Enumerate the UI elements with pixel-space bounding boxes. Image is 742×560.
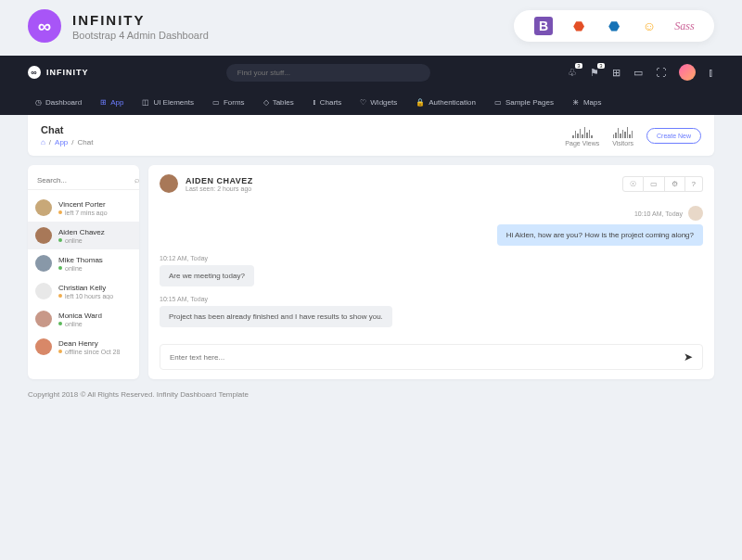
nav-maps[interactable]: ⛯Maps (565, 95, 609, 110)
nav-widgets[interactable]: ♡Widgets (352, 95, 404, 110)
tech-icons: B ⬣ ⬣ ☺ Sass (514, 10, 714, 42)
crumb-app[interactable]: App (55, 138, 68, 146)
chat-user-name: AIDEN CHAVEZ (186, 176, 253, 185)
camera-icon[interactable]: ☉ (622, 176, 644, 192)
chat-main: AIDEN CHAVEZ Last seen: 2 hours ago ☉ ▭ … (148, 165, 714, 379)
send-icon[interactable]: ➤ (684, 350, 693, 363)
grid-icon[interactable]: ⊞ (612, 67, 620, 79)
help-icon[interactable]: ? (685, 176, 703, 192)
breadcrumb: ⌂/ App/ Chat (41, 138, 93, 146)
widgets-icon: ♡ (360, 98, 366, 107)
grunt-icon: ☺ (640, 17, 659, 35)
bootstrap-icon: B (534, 17, 553, 35)
message-input[interactable] (170, 353, 684, 362)
nav-menu: ◷Dashboard ⊞App ◫UI Elements ▭Forms ◇Tab… (28, 89, 714, 115)
fullscreen-icon[interactable]: ⛶ (656, 67, 666, 78)
charts-icon: ⫿ (313, 98, 316, 107)
contact-item[interactable]: Monica Wardonline (28, 305, 139, 333)
message-bubble: Project has been already finished and I … (160, 306, 392, 327)
notification-bell-icon[interactable]: ♧3 (568, 67, 577, 79)
stat-page-views: Page Views (565, 125, 599, 146)
tables-icon: ◇ (263, 98, 269, 107)
css3-icon: ⬣ (605, 17, 623, 35)
contact-item[interactable]: Vincent Porterleft 7 mins ago (28, 194, 139, 222)
brand-logo-icon: ∞ (28, 9, 61, 43)
nav-search (226, 64, 430, 82)
avatar (35, 283, 52, 299)
brand-name: INFINITY (72, 12, 209, 28)
avatar (35, 199, 52, 216)
nav-forms[interactable]: ▭Forms (205, 95, 252, 110)
contact-item[interactable]: Mike Thomasonline (28, 249, 139, 277)
contact-item[interactable]: Christian Kellyleft 10 hours ago (28, 277, 139, 305)
forms-icon: ▭ (212, 98, 220, 107)
screen-icon[interactable]: ▭ (633, 67, 643, 79)
nav-charts[interactable]: ⫿Charts (305, 95, 350, 110)
auth-icon: 🔒 (416, 98, 425, 107)
sass-icon: Sass (675, 17, 694, 35)
ui-icon: ◫ (142, 98, 149, 107)
dashboard-icon: ◷ (35, 98, 42, 107)
message-bubble: Hi Aiden, how are you? How is the projec… (497, 224, 703, 246)
brand: ∞ INFINITY Bootstrap 4 Admin Dashboard (28, 9, 209, 43)
avatar (35, 255, 52, 272)
stat-visitors: Visitors (612, 125, 633, 146)
search-icon[interactable]: ⌕ (134, 175, 139, 185)
page-title: Chat (41, 124, 93, 135)
html5-icon: ⬣ (569, 17, 588, 35)
message-bubble: Are we meeting today? (160, 265, 254, 286)
nav-brand[interactable]: ∞ INFINITY (28, 66, 89, 79)
nav-auth[interactable]: 🔒Authentication (408, 95, 483, 110)
flag-icon[interactable]: ⚑3 (590, 67, 599, 79)
message-row: 10:12 AM, Today Are we meeting today? (160, 255, 703, 286)
contact-search-input[interactable] (37, 176, 134, 185)
nav-tables[interactable]: ◇Tables (256, 95, 301, 110)
chat-last-seen: Last seen: 2 hours ago (186, 185, 253, 192)
create-new-button[interactable]: Create New (646, 128, 701, 144)
footer-text: Copyright 2018 © All Rights Reserved. In… (0, 379, 742, 410)
infinity-icon: ∞ (28, 66, 41, 79)
message-row: 10:10 AM, Today Hi Aiden, how are you? H… (160, 206, 703, 246)
app-icon: ⊞ (100, 98, 107, 107)
contact-sidebar: ⌕ Vincent Porterleft 7 mins ago Aiden Ch… (28, 165, 139, 379)
nav-ui[interactable]: ◫UI Elements (134, 95, 201, 110)
crumb-home[interactable]: ⌂ (41, 138, 45, 146)
search-input[interactable] (226, 64, 430, 82)
user-avatar[interactable] (679, 64, 696, 81)
settings-icon[interactable]: ⫿ (709, 67, 714, 78)
chat-input-row: ➤ (160, 344, 703, 370)
nav-sample[interactable]: ▭Sample Pages (487, 95, 561, 110)
avatar (35, 338, 52, 355)
top-banner: ∞ INFINITY Bootstrap 4 Admin Dashboard B… (0, 0, 742, 56)
nav-dashboard[interactable]: ◷Dashboard (28, 95, 89, 110)
message-row: 10:15 AM, Today Project has been already… (160, 296, 703, 327)
sample-icon: ▭ (494, 98, 502, 107)
avatar (35, 227, 52, 244)
nav-app[interactable]: ⊞App (93, 95, 131, 110)
brand-tagline: Bootstrap 4 Admin Dashboard (72, 30, 209, 41)
image-icon[interactable]: ▭ (644, 176, 665, 192)
contact-item[interactable]: Aiden Chavezonline (28, 222, 139, 249)
contact-item[interactable]: Dean Henryoffline since Oct 28 (28, 333, 139, 361)
chat-user-avatar (160, 174, 178, 193)
page-header: Chat ⌂/ App/ Chat Page Views Visitors Cr… (28, 115, 714, 156)
maps-icon: ⛯ (572, 98, 580, 107)
crumb-current: Chat (78, 138, 94, 146)
gear-icon[interactable]: ⚙ (665, 176, 685, 192)
navbar: ∞ INFINITY ♧3 ⚑3 ⊞ ▭ ⛶ ⫿ ◷Dashboard ⊞App… (0, 56, 742, 115)
avatar (688, 206, 703, 221)
avatar (35, 311, 52, 327)
